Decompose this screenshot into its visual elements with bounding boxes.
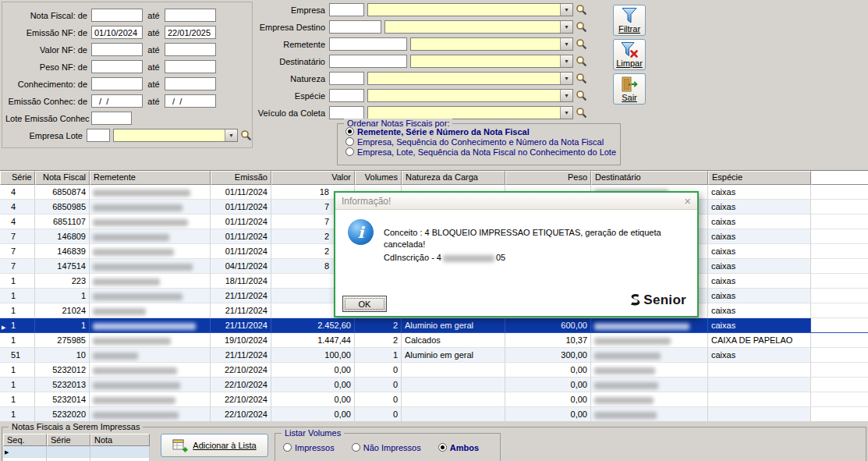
conhecimento-de-from-input[interactable] xyxy=(91,77,143,90)
column-header-remetente[interactable]: Remetente xyxy=(90,171,211,185)
emissao-nf-de-to-input[interactable] xyxy=(165,26,216,39)
column-header-natureza-da-carga[interactable]: Natureza da Carga xyxy=(402,171,505,185)
info-glyph: i xyxy=(358,223,364,242)
column-header-destinatario[interactable]: Destinatário xyxy=(591,171,708,185)
add-button-label: Adicionar à Lista xyxy=(193,441,256,450)
remetente-select[interactable]: ▼ xyxy=(410,37,573,51)
radio-ambos[interactable]: Ambos xyxy=(438,442,479,452)
chevron-down-icon[interactable]: ▼ xyxy=(560,4,572,16)
cell-peso: 0,00 xyxy=(505,363,591,378)
table-row[interactable]: 1523201422/10/20240,0000,00 xyxy=(0,392,868,407)
empresa-lote-code-input[interactable] xyxy=(87,129,110,142)
ate-label: até xyxy=(143,11,165,20)
queue-column-nota[interactable]: Nota xyxy=(90,434,150,446)
info-icon: i xyxy=(348,219,374,245)
queue-column-serie[interactable]: Série xyxy=(47,434,90,446)
destinatario-code-input[interactable] xyxy=(329,55,407,68)
chevron-down-icon[interactable]: ▼ xyxy=(225,129,237,141)
table-row[interactable]: 1523202022/10/20240,0000,00 xyxy=(0,407,868,422)
filtrar-button[interactable]: Filtrar xyxy=(613,5,646,36)
close-icon[interactable]: × xyxy=(684,196,691,207)
listar-options: ImpressosNão ImpressosAmbos xyxy=(283,442,479,452)
lote-emissao-conhec-input[interactable] xyxy=(91,112,132,125)
chevron-down-icon[interactable]: ▼ xyxy=(560,38,572,50)
cell-especie xyxy=(708,407,811,422)
peso-nf-de-to-input[interactable] xyxy=(165,60,216,73)
ok-button[interactable]: OK xyxy=(342,296,387,312)
veiculo-da-coleta-select[interactable]: ▼ xyxy=(367,106,573,119)
empresa-select[interactable]: ▼ xyxy=(367,3,573,16)
especie-select[interactable]: ▼ xyxy=(367,89,573,102)
cell-filler xyxy=(811,259,868,274)
especie-code-input[interactable] xyxy=(329,89,364,102)
chevron-down-icon[interactable]: ▼ xyxy=(560,107,572,119)
search-icon[interactable] xyxy=(576,55,588,67)
valor-nf-de-from-input[interactable] xyxy=(91,43,143,56)
emissao-conhec-de-from-input[interactable] xyxy=(91,94,143,108)
chevron-down-icon[interactable]: ▼ xyxy=(560,73,572,84)
table-row[interactable]: 1▶121/11/20242.452,602Aluminio em geral6… xyxy=(0,318,868,333)
column-header-peso[interactable]: Peso xyxy=(505,171,591,185)
search-icon[interactable] xyxy=(576,21,588,33)
filter-row-valor-nf-de: Valor NF: deaté xyxy=(5,43,252,56)
natureza-select[interactable]: ▼ xyxy=(367,72,573,85)
empresa-lote-select[interactable]: ▼ xyxy=(113,129,238,142)
table-row[interactable]: 511021/11/2024100,001Aluminio em geral30… xyxy=(0,348,868,363)
veiculo-da-coleta-code-input[interactable] xyxy=(329,106,364,119)
natureza-code-input[interactable] xyxy=(329,72,364,85)
search-icon[interactable] xyxy=(576,4,588,16)
remetente-code-input[interactable] xyxy=(329,37,407,51)
cell-filler xyxy=(811,229,868,244)
chevron-down-icon[interactable]: ▼ xyxy=(560,90,572,101)
peso-nf-de-from-input[interactable] xyxy=(91,60,143,73)
conhecimento-de-to-input[interactable] xyxy=(165,77,216,90)
sair-button[interactable]: Sair xyxy=(613,73,646,105)
button-label: Limpar xyxy=(616,59,643,68)
cell-filler xyxy=(811,200,868,215)
radio-empresa-lote-sequencia-da-nota-fiscal-no-conhecimento-do-lote[interactable]: Empresa, Lote, Sequência da Nota Fiscal … xyxy=(345,147,616,157)
column-header-valor[interactable]: Valor xyxy=(271,171,355,185)
table-row[interactable]: 1523201222/10/20240,0000,00 xyxy=(0,363,868,378)
empresa-destino-select[interactable]: ▼ xyxy=(384,20,573,34)
redacted-text xyxy=(93,204,182,211)
cell-nota-fiscal: 5232020 xyxy=(35,407,90,422)
emissao-conhec-de-to-input[interactable] xyxy=(165,94,216,108)
search-icon[interactable] xyxy=(576,73,588,84)
redacted-text xyxy=(93,412,179,419)
cell-serie: 4 xyxy=(0,215,35,229)
cell-filler xyxy=(811,378,868,392)
search-icon[interactable] xyxy=(240,129,252,141)
chevron-down-icon[interactable]: ▼ xyxy=(560,55,572,67)
adicionar-a-lista-button[interactable]: Adicionar à Lista xyxy=(161,434,268,457)
valor-nf-de-to-input[interactable] xyxy=(165,43,216,56)
search-icon[interactable] xyxy=(576,90,588,101)
limpar-button[interactable]: Limpar xyxy=(613,39,646,70)
column-header-volumes[interactable]: Volumes xyxy=(355,171,402,185)
dialog-titlebar[interactable]: Informação! × xyxy=(335,193,697,210)
nota-fiscal-de-from-input[interactable] xyxy=(91,9,143,22)
queue-column-seq[interactable]: Seq. xyxy=(3,434,47,446)
search-icon[interactable] xyxy=(576,107,588,119)
table-row[interactable]: 1523201322/10/20240,0000,00 xyxy=(0,378,868,392)
nota-fiscal-de-to-input[interactable] xyxy=(165,9,216,22)
column-header-nota-fiscal[interactable]: Nota Fiscal xyxy=(35,171,90,185)
radio-remetente-serie-e-numero-da-nota-fiscal[interactable]: Remetente, Série e Número da Nota Fiscal xyxy=(345,126,616,137)
screen: Nota Fiscal: deatéEmissão NF: deatéValor… xyxy=(0,0,868,461)
column-header-serie[interactable]: Série xyxy=(0,171,35,185)
exit-icon xyxy=(620,76,639,93)
cell-especie xyxy=(708,392,811,407)
destinatario-select[interactable]: ▼ xyxy=(410,55,573,68)
column-header-emissao[interactable]: Emissão xyxy=(211,171,271,185)
radio-impressos[interactable]: Impressos xyxy=(283,442,335,452)
radio-empresa-sequencia-do-conhecimento-e-numero-da-nota-fiscal[interactable]: Empresa, Sequência do Conhecimento e Núm… xyxy=(345,137,616,147)
table-row[interactable]: 127598519/10/20241.447,442Calcados10,37C… xyxy=(0,333,868,348)
empresa-destino-code-input[interactable] xyxy=(329,20,381,34)
empresa-code-input[interactable] xyxy=(329,3,364,16)
button-label: Sair xyxy=(622,93,637,102)
chevron-down-icon[interactable]: ▼ xyxy=(560,21,572,33)
search-icon[interactable] xyxy=(576,38,588,50)
emissao-nf-de-from-input[interactable] xyxy=(91,26,143,39)
cell-filler xyxy=(811,274,868,289)
radio-nao-impressos[interactable]: Não Impressos xyxy=(352,442,421,452)
column-header-especie[interactable]: Espécie xyxy=(708,171,811,185)
